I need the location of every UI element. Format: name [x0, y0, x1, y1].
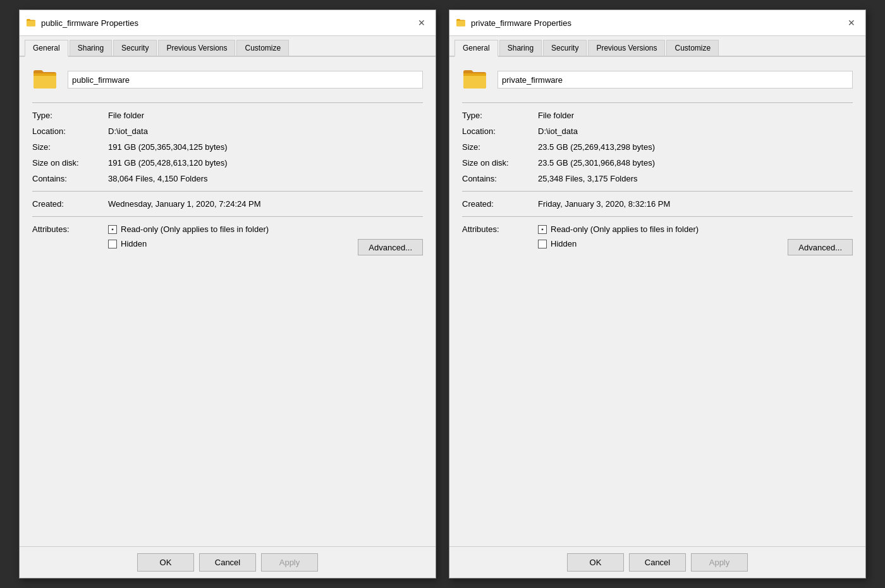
apply-button-2[interactable]: Apply — [691, 553, 748, 572]
hidden-label-2: Hidden — [551, 239, 577, 248]
cancel-button-2[interactable]: Cancel — [629, 553, 686, 572]
folder-header-1 — [32, 67, 423, 92]
readonly-row-1: Read-only (Only applies to files in fold… — [108, 224, 423, 234]
contains-label-1: Contains: — [32, 174, 108, 183]
folder-icon-large-1 — [32, 67, 58, 92]
attributes-row-2: Attributes: Read-only (Only applies to f… — [462, 224, 853, 255]
title-bar-2: private_firmware Properties ✕ — [449, 10, 865, 36]
hidden-advanced-row-2: Hidden Advanced... — [538, 239, 853, 255]
readonly-checkbox-box-2 — [538, 225, 547, 234]
size-on-disk-label-1: Size on disk: — [32, 158, 108, 168]
size-label-1: Size: — [32, 142, 108, 152]
folder-name-input-2[interactable] — [497, 71, 853, 89]
type-value-2: File folder — [538, 111, 574, 120]
hidden-advanced-row-1: Hidden Advanced... — [108, 239, 423, 255]
readonly-label-2: Read-only (Only applies to files in fold… — [551, 224, 699, 234]
folder-header-2 — [462, 67, 853, 92]
tab-customize-2[interactable]: Customize — [666, 40, 719, 56]
size-row-2: Size: 23.5 GB (25,269,413,298 bytes) — [462, 142, 853, 152]
ok-button-1[interactable]: OK — [137, 553, 194, 572]
attributes-content-1: Read-only (Only applies to files in fold… — [108, 224, 423, 255]
content-2: Type: File folder Location: D:\iot_data … — [449, 57, 865, 546]
close-button-1[interactable]: ✕ — [414, 15, 429, 30]
contains-row-2: Contains: 25,348 Files, 3,175 Folders — [462, 174, 853, 183]
readonly-checkbox-1[interactable]: Read-only (Only applies to files in fold… — [108, 224, 269, 234]
cancel-button-1[interactable]: Cancel — [199, 553, 256, 572]
tab-security-2[interactable]: Security — [543, 40, 587, 56]
close-button-2[interactable]: ✕ — [844, 15, 859, 30]
hidden-checkbox-2[interactable]: Hidden — [538, 239, 577, 248]
contains-row-1: Contains: 38,064 Files, 4,150 Folders — [32, 174, 423, 183]
dialog-title-2: private_firmware Properties — [471, 18, 571, 28]
contains-value-1: 38,064 Files, 4,150 Folders — [108, 174, 208, 183]
location-value-1: D:\iot_data — [108, 126, 148, 136]
ok-button-2[interactable]: OK — [567, 553, 624, 572]
tabs-1: General Sharing Security Previous Versio… — [20, 36, 436, 57]
attributes-row-1: Attributes: Read-only (Only applies to f… — [32, 224, 423, 255]
created-row-1: Created: Wednesday, January 1, 2020, 7:2… — [32, 199, 423, 209]
tab-security-1[interactable]: Security — [113, 40, 157, 56]
tab-previous-versions-2[interactable]: Previous Versions — [588, 40, 665, 56]
created-value-1: Wednesday, January 1, 2020, 7:24:24 PM — [108, 199, 261, 209]
divider-2c — [462, 216, 853, 217]
folder-icon-small-1 — [26, 18, 36, 28]
location-row-2: Location: D:\iot_data — [462, 126, 853, 136]
location-value-2: D:\iot_data — [538, 126, 578, 136]
type-row-1: Type: File folder — [32, 111, 423, 120]
advanced-button-1[interactable]: Advanced... — [358, 239, 423, 255]
folder-icon-small-2 — [456, 18, 466, 28]
divider-1c — [32, 216, 423, 217]
size-label-2: Size: — [462, 142, 538, 152]
tabs-2: General Sharing Security Previous Versio… — [449, 36, 865, 57]
hidden-checkbox-1[interactable]: Hidden — [108, 239, 147, 248]
type-value-1: File folder — [108, 111, 144, 120]
size-on-disk-value-1: 191 GB (205,428,613,120 bytes) — [108, 158, 228, 168]
readonly-checkbox-box-1 — [108, 225, 117, 234]
readonly-checkbox-2[interactable]: Read-only (Only applies to files in fold… — [538, 224, 699, 234]
divider-1a — [32, 102, 423, 103]
footer-2: OK Cancel Apply — [449, 546, 865, 578]
tab-general-2[interactable]: General — [455, 40, 498, 57]
dialog-title-1: public_firmware Properties — [41, 18, 138, 28]
divider-2b — [462, 191, 853, 192]
folder-icon-large-2 — [462, 67, 487, 92]
apply-button-1[interactable]: Apply — [261, 553, 318, 572]
location-label-1: Location: — [32, 126, 108, 136]
tab-customize-1[interactable]: Customize — [236, 40, 289, 56]
readonly-label-1: Read-only (Only applies to files in fold… — [121, 224, 269, 234]
type-row-2: Type: File folder — [462, 111, 853, 120]
footer-1: OK Cancel Apply — [20, 546, 436, 578]
type-label-1: Type: — [32, 111, 108, 120]
attributes-content-2: Read-only (Only applies to files in fold… — [538, 224, 853, 255]
size-value-1: 191 GB (205,365,304,125 bytes) — [108, 142, 228, 152]
created-value-2: Friday, January 3, 2020, 8:32:16 PM — [538, 199, 670, 209]
size-on-disk-row-1: Size on disk: 191 GB (205,428,613,120 by… — [32, 158, 423, 168]
created-row-2: Created: Friday, January 3, 2020, 8:32:1… — [462, 199, 853, 209]
type-label-2: Type: — [462, 111, 538, 120]
contains-label-2: Contains: — [462, 174, 538, 183]
tab-sharing-2[interactable]: Sharing — [499, 40, 542, 56]
hidden-label-1: Hidden — [121, 239, 147, 248]
title-bar-1: public_firmware Properties ✕ — [20, 10, 436, 36]
content-1: Type: File folder Location: D:\iot_data … — [20, 57, 436, 546]
size-on-disk-row-2: Size on disk: 23.5 GB (25,301,966,848 by… — [462, 158, 853, 168]
location-row-1: Location: D:\iot_data — [32, 126, 423, 136]
divider-1b — [32, 191, 423, 192]
tab-sharing-1[interactable]: Sharing — [70, 40, 112, 56]
hidden-checkbox-box-1 — [108, 240, 117, 248]
size-on-disk-value-2: 23.5 GB (25,301,966,848 bytes) — [538, 158, 655, 168]
created-label-2: Created: — [462, 199, 538, 209]
tab-previous-versions-1[interactable]: Previous Versions — [158, 40, 235, 56]
location-label-2: Location: — [462, 126, 538, 136]
attributes-label-1: Attributes: — [32, 224, 108, 255]
tab-general-1[interactable]: General — [25, 40, 68, 57]
hidden-row-2: Hidden — [538, 239, 788, 248]
created-label-1: Created: — [32, 199, 108, 209]
divider-2a — [462, 102, 853, 103]
readonly-row-2: Read-only (Only applies to files in fold… — [538, 224, 853, 234]
advanced-button-2[interactable]: Advanced... — [788, 239, 853, 255]
size-value-2: 23.5 GB (25,269,413,298 bytes) — [538, 142, 655, 152]
folder-name-input-1[interactable] — [68, 71, 423, 89]
size-row-1: Size: 191 GB (205,365,304,125 bytes) — [32, 142, 423, 152]
dialog-private-firmware: private_firmware Properties ✕ General Sh… — [449, 9, 866, 579]
